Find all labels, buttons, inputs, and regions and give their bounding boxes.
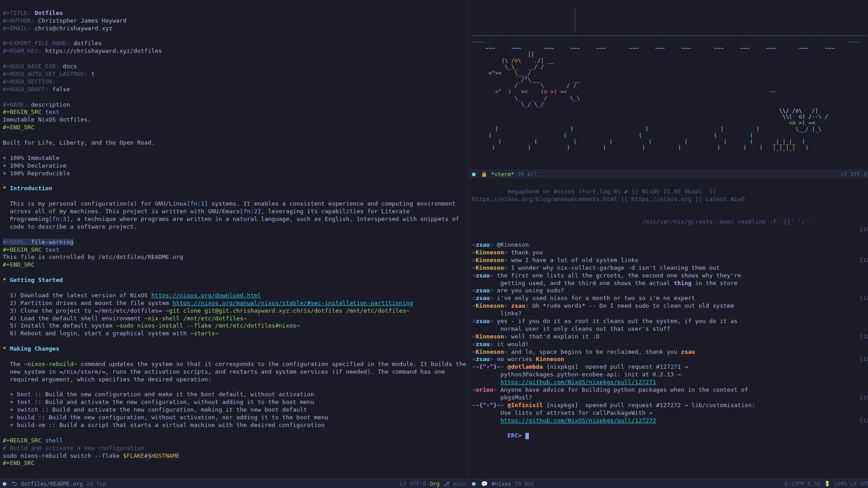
mc-shell-comment: # Build and activate a new configuration… [3,445,148,451]
erc-timestamp: [18:39] [859,356,868,363]
download-link[interactable]: https://nixos.org/download.html [151,292,261,299]
org-meta-author-val: Christopher James Hayward [38,17,127,24]
erc-message: <Kinneson> thank you [472,249,868,257]
erc-nick[interactable]: -{^-^}- [476,363,500,370]
erc-nick[interactable]: zsau [476,241,490,248]
erc-message: <Kinneson> wow I have a lot of old syste… [472,257,868,264]
erc-mention[interactable]: @dotlambda [508,363,543,370]
mc-shell-end: #+END_SRC [3,460,34,466]
erc-nick[interactable]: zsau [476,287,490,294]
heading-making-changes[interactable]: Making Changes [10,345,60,352]
modeline-position: 79 Bot [515,479,534,488]
erc-mention[interactable]: Kinneson [536,356,564,362]
erc-timestamp: [18:47] [859,417,868,425]
org-meta-hugobase-val: docs [63,63,77,70]
mc-shell-begin: #+BEGIN_SRC [3,437,42,444]
org-meta-title-val: Dotfiles [34,9,63,16]
erc-message: <Kinneson> I wonder why nix-collect-garb… [472,264,868,272]
modeline-position: 28 Top [86,479,106,488]
mc-item-key: + build-vm :: [3,422,56,428]
erc-mention[interactable]: @Infinisil [508,402,543,408]
erc-message: Use lists of attrsets for callPackageWit… [472,409,868,417]
erc-nick[interactable]: Kinneson [476,249,504,256]
footnote-2[interactable]: [fn:2] [240,208,261,215]
cursor-icon [525,433,529,439]
modeline-major-mode: Org [430,479,440,488]
erc-mention[interactable]: zsau [511,302,525,309]
org-meta-hugolastmod-key: #+HUGO_AUTO_SET_LASTMOD: [3,70,88,77]
lock-icon [481,169,487,179]
buffer-status-icon [472,173,476,176]
star-icon: * [3,185,6,192]
mc-item-val: Build a script that starts a virtual mac… [56,422,325,428]
erc-pane: megaphone on #nixos (+nrt,lag:0) ✓ || Ni… [469,178,868,488]
erc-message: links? [472,310,868,318]
erc-nick[interactable]: orion [476,386,493,393]
org-meta-hugodraft-key: #+HUGO_DRAFT: [3,86,49,93]
erc-message: <-{^-^}-> @Infinisil [nixpkgs] opened pu… [472,402,868,409]
org-bullet-1: + 100% Declarative [3,162,66,169]
erc-mention[interactable]: zsau [681,348,695,355]
gs-code: ~nix-shell /mnt/etc/dotfiles~ [141,315,247,322]
erc-nick[interactable]: Kinneson [476,333,504,340]
buffer-status-icon [472,482,476,486]
erc-nick[interactable]: Kinneson [476,257,504,263]
git-branch-icon [443,479,449,488]
erc-link[interactable]: https://github.com/NixOS/nixpkgs/pull/12… [500,379,656,385]
modeline-clock: 6:53PM 0.50 [784,479,820,488]
mc-item-key: + switch :: [3,406,49,413]
vterm-modeline: *vterm* 29 All LF UTF-8 VTerm [469,169,868,178]
erc-buffer[interactable]: megaphone on #nixos (+nrt,lag:0) ✓ || Ni… [469,178,868,479]
gs-line-2: 2) Partition drives and mount the file s… [3,300,173,306]
erc-nick[interactable]: zsau [476,318,490,324]
vterm-buffer[interactable]: | | | | ~~~~~~~~~~~~~~~~~~~~~~~~~~~~~~~~… [469,0,868,169]
org-fw-body: This file is controlled by /etc/dotfiles… [3,253,183,260]
erc-link[interactable]: https://github.com/NixOS/nixpkgs/pull/12… [500,417,656,424]
org-meta-hugolastmod-val: t [91,70,95,77]
org-desc-end: #+END_SRC [3,124,34,131]
erc-nick[interactable]: Kinneson [476,348,504,355]
mc-item-key: + boot :: [3,391,42,398]
org-desc-begin: #+BEGIN_SRC [3,108,42,115]
erc-message: <Kinneson> and lo, space begins to be re… [472,348,868,356]
heading-introduction[interactable]: Introduction [10,185,52,192]
erc-nick[interactable]: -{^-^}- [476,402,500,408]
erc-timestamp: [18:42] [859,394,868,402]
modeline-encoding: LF UTF-8 [400,479,426,488]
chat-icon: 💬 [481,479,488,488]
erc-timestamp: [18:38] [859,333,868,341]
gs-code: ~sudo nixos-install --flake /mnt/etc/dot… [113,322,300,329]
erc-nick[interactable]: Kinneson [476,302,504,309]
org-buffer[interactable]: #+TITLE: Dotfiles #+AUTHOR: Christopher … [0,0,469,479]
modeline-git-branch: main [453,479,466,488]
star-icon: * [3,345,6,352]
modeline-filename: dotfiles/README.org [21,479,83,488]
erc-nick[interactable]: zsau [476,295,490,301]
erc-message: <zsau> no worries Kinneson[18:39] [472,356,868,363]
erc-message: <zsau> yes - if you do it as root it cle… [472,318,868,325]
org-meta-export-key: #+EXPORT_FILE_NAME: [3,40,70,47]
erc-nick[interactable]: zsau [476,341,490,347]
erc-nick[interactable]: Kinneson [476,264,504,271]
erc-nick[interactable]: zsau [476,272,490,279]
erc-message: normal user it only cleans out that user… [472,325,868,333]
gs-line-4: 4) Load the default shell environment [3,315,141,322]
mc-item-val: Build the new configuration, without act… [45,414,328,421]
org-meta-email-val: chris@chrishayward.xyz [34,25,112,32]
gs-line-5: 5) Install the default system [3,322,113,329]
org-desc-name-key: #+NAME: [3,101,28,108]
mc-item-val: Build and activate the new configuration… [42,399,314,405]
erc-message: <zsau> are you using sudo? [472,287,868,295]
heading-getting-started[interactable]: Getting Started [10,277,63,283]
footnote-1[interactable]: [fn:1] [187,200,208,207]
mc-shell-lang: shell [45,437,63,444]
partitioning-link[interactable]: https://nixos.org/manual/nixos/stable/#s… [173,300,413,306]
footnote-3[interactable]: [fn:3] [49,216,70,222]
erc-nick[interactable]: zsau [476,356,490,362]
mc-item-key: + build :: [3,414,45,421]
erc-prompt-line[interactable]: ERC> [472,425,868,448]
star-icon: * [3,277,6,283]
mc-code: ~nixos-rebuild~ [24,361,77,367]
org-pane: #+TITLE: Dotfiles #+AUTHOR: Christopher … [0,0,469,488]
erc-message: <zsau> @Kinneson [472,241,868,249]
